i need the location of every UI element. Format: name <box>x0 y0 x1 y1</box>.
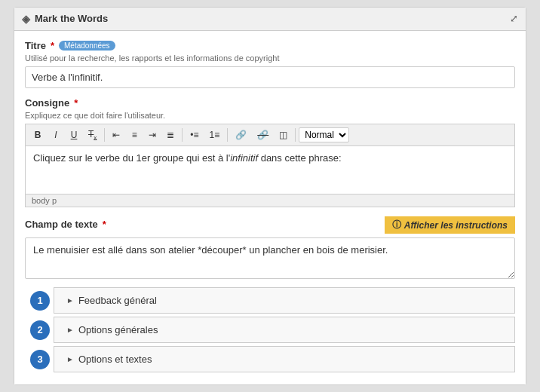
expand-icon[interactable]: ⤢ <box>510 13 518 24</box>
accordion-header-2[interactable]: ► Options générales <box>54 317 514 342</box>
accordion-item-3: 3 ► Options et textes <box>54 346 515 372</box>
accordion-label-3: Options et textes <box>78 354 152 365</box>
toolbar-divider-1 <box>104 128 105 142</box>
instructions-button[interactable]: ⓘ Afficher les instructions <box>385 216 515 234</box>
list-bullet-button[interactable]: •≡ <box>186 127 203 142</box>
consigne-label-text: Consigne <box>25 97 69 109</box>
editor-text: Cliquez sur le verbe du 1er groupe qui e… <box>33 152 342 164</box>
italic-button[interactable]: I <box>48 127 64 142</box>
underline-button[interactable]: U <box>66 127 82 142</box>
align-right-button[interactable]: ⇥ <box>144 127 161 142</box>
arrow-icon-1: ► <box>66 296 74 305</box>
consigne-required: * <box>74 97 78 109</box>
champ-label-text: Champ de texte <box>25 219 98 230</box>
align-center-button[interactable]: ≡ <box>126 127 143 142</box>
panel-header: ◈ Mark the Words ⤢ <box>14 8 526 31</box>
editor-footer: body p <box>25 194 515 207</box>
editor-toolbar: B I U Tx ⇤ ≡ ⇥ ≣ •≡ 1≡ 🔗 🔗 ◫ Normal <box>25 124 515 145</box>
toolbar-divider-2 <box>182 128 183 142</box>
justify-button[interactable]: ≣ <box>162 127 179 142</box>
titre-label-text: Titre <box>25 40 46 51</box>
bold-button[interactable]: B <box>29 127 46 142</box>
accordion-label-2: Options générales <box>78 324 158 335</box>
arrow-icon-2: ► <box>66 326 74 334</box>
strikethrough-button[interactable]: Tx <box>84 127 101 143</box>
align-left-button[interactable]: ⇤ <box>108 127 124 142</box>
titre-input[interactable] <box>25 66 515 88</box>
champ-label: Champ de texte * <box>25 219 106 230</box>
info-icon: ⓘ <box>392 219 401 231</box>
main-panel: ◈ Mark the Words ⤢ Titre * Métadonnées U… <box>14 7 526 385</box>
editor-content[interactable]: Cliquez sur le verbe du 1er groupe qui e… <box>25 145 515 194</box>
champ-section: Champ de texte * ⓘ Afficher les instruct… <box>25 216 515 281</box>
titre-label: Titre * Métadonnées <box>25 40 515 51</box>
image-button[interactable]: ◫ <box>275 127 292 142</box>
arrow-icon-3: ► <box>66 355 74 363</box>
panel-content: Titre * Métadonnées Utilisé pour la rech… <box>14 31 526 384</box>
titre-required: * <box>51 40 54 51</box>
metadata-badge: Métadonnées <box>59 41 115 51</box>
consigne-description: Expliquez ce que doit faire l'utilisateu… <box>25 111 515 120</box>
consigne-section: Consigne * Expliquez ce que doit faire l… <box>25 97 515 207</box>
accordion-header-3[interactable]: ► Options et textes <box>54 347 514 372</box>
consigne-label: Consigne * <box>25 97 515 109</box>
format-select[interactable]: Normal <box>299 127 349 142</box>
circle-1: 1 <box>30 291 50 311</box>
titre-description: Utilisé pour la recherche, les rapports … <box>25 54 515 63</box>
champ-required: * <box>103 219 106 230</box>
accordion-item-1: 1 ► Feedback général <box>54 287 515 314</box>
accordion-container: 1 ► Feedback général 2 ► Options général… <box>54 287 515 372</box>
instructions-label: Afficher les instructions <box>404 220 508 231</box>
toolbar-divider-3 <box>227 128 228 142</box>
unlink-button[interactable]: 🔗 <box>253 127 273 142</box>
mark-words-icon: ◈ <box>22 13 30 25</box>
list-ordered-button[interactable]: 1≡ <box>205 127 225 142</box>
accordion-label-1: Feedback général <box>78 295 157 306</box>
accordion-header-1[interactable]: ► Feedback général <box>54 288 514 313</box>
circle-3: 3 <box>30 350 50 369</box>
accordion-item-2: 2 ► Options générales <box>54 317 515 343</box>
titre-section: Titre * Métadonnées Utilisé pour la rech… <box>25 40 515 88</box>
toolbar-divider-4 <box>295 128 296 142</box>
panel-title: Mark the Words <box>35 13 108 24</box>
champ-textarea[interactable]: Le menuisier est allé dans son atelier *… <box>25 237 515 279</box>
link-button[interactable]: 🔗 <box>231 127 251 142</box>
panel-title-group: ◈ Mark the Words <box>22 13 108 25</box>
circle-2: 2 <box>30 320 50 340</box>
champ-header: Champ de texte * ⓘ Afficher les instruct… <box>25 216 515 234</box>
